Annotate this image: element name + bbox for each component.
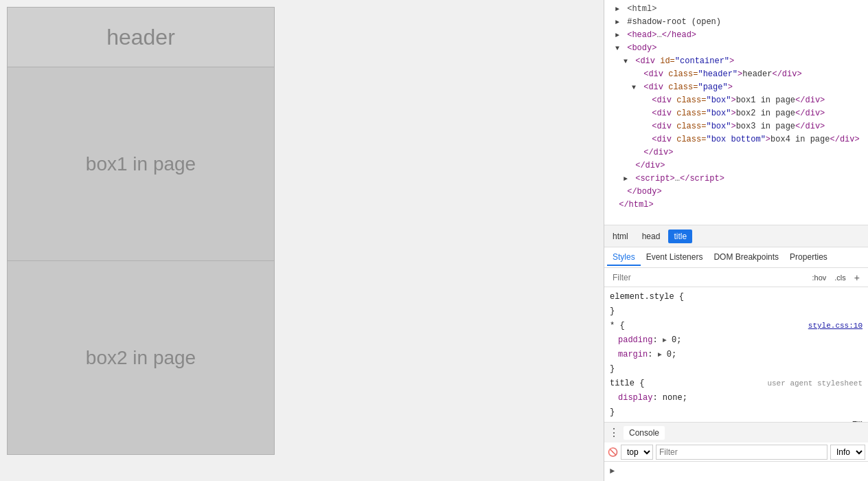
dom-line[interactable]: ► <script>…</script>	[604, 172, 868, 186]
triangle-icon: ►	[615, 30, 622, 41]
prompt-arrow-icon: ►	[610, 467, 615, 476]
dom-line[interactable]: </html>	[604, 199, 868, 212]
right-arrow-icon[interactable]: ►	[863, 420, 868, 422]
dom-line[interactable]: ▼ <div class="page">	[604, 81, 868, 94]
console-toolbar: 🚫 top Info	[604, 443, 868, 462]
dom-line[interactable]: <div class="box">box1 in page</div>	[604, 94, 868, 107]
console-menu-icon[interactable]: ⋮	[607, 426, 621, 440]
css-property-display: display: none;	[604, 391, 868, 405]
css-rule-universal-close: }	[604, 362, 868, 377]
preview-box1: box1 in page	[7, 67, 275, 261]
triangle-icon: ▼	[615, 43, 622, 54]
triangle-icon: ►	[615, 17, 622, 28]
console-level-select[interactable]: Info	[830, 445, 865, 460]
breadcrumb-head[interactable]: head	[637, 230, 666, 243]
css-rules-panel: element.style { } * { style.css:10 paddi…	[604, 287, 868, 422]
preview-header: header	[7, 7, 275, 67]
tab-dom-breakpoints[interactable]: DOM Breakpoints	[708, 249, 784, 266]
triangle-icon	[640, 96, 647, 107]
triangle-icon: ►	[615, 4, 622, 15]
header-label: header	[106, 25, 175, 50]
devtools-panel: ► <html> ► #shadow-root (open) ► <head>……	[604, 0, 868, 481]
console-prompt: ►	[604, 462, 868, 481]
triangle-icon: ►	[624, 174, 630, 185]
triangle-icon	[632, 148, 639, 159]
dom-line[interactable]: <div class="header">header</div>	[604, 68, 868, 81]
tab-event-listeners[interactable]: Event Listeners	[641, 249, 709, 266]
dom-line[interactable]: ▼ <div id="container">	[604, 55, 868, 68]
console-clear-icon[interactable]: 🚫	[607, 447, 618, 458]
tab-styles[interactable]: Styles	[607, 249, 641, 266]
css-property-margin: margin: ► 0;	[604, 348, 868, 362]
triangle-icon	[632, 69, 639, 80]
dom-line[interactable]: <div class="box bottom">box4 in page</di…	[604, 133, 868, 146]
styles-tab-bar: Styles Event Listeners DOM Breakpoints P…	[604, 247, 868, 268]
fill-area: Fill ►	[604, 420, 868, 422]
console-tab[interactable]: Console	[624, 426, 665, 440]
dom-line[interactable]: ▼ <body>	[604, 42, 868, 55]
filter-bar: :hov .cls +	[604, 268, 868, 287]
css-property-padding: padding: ► 0;	[604, 333, 868, 348]
add-style-button[interactable]: +	[852, 271, 863, 284]
triangle-icon	[607, 200, 614, 211]
dom-line[interactable]: ► <head>…</head>	[604, 29, 868, 42]
css-source-link[interactable]: style.css:10	[808, 320, 863, 332]
triangle-icon	[615, 187, 622, 198]
css-rule-element-style: element.style {	[604, 290, 868, 304]
triangle-icon	[640, 135, 647, 146]
browser-preview: header box1 in page box2 in page	[0, 0, 604, 481]
console-context-select[interactable]: top	[621, 445, 653, 460]
css-rule-element-style-close: }	[604, 304, 868, 319]
triangle-icon	[640, 109, 647, 120]
filter-input[interactable]	[610, 270, 807, 285]
cls-button[interactable]: .cls	[832, 273, 849, 282]
triangle-icon: ▼	[632, 82, 639, 93]
triangle-icon	[640, 122, 647, 133]
triangle-icon	[624, 161, 630, 172]
css-rule-universal: * { style.css:10	[604, 319, 868, 333]
fill-label: Fill	[852, 420, 863, 422]
dom-tree: ► <html> ► #shadow-root (open) ► <head>……	[604, 0, 868, 225]
dom-line[interactable]: ► <html>	[604, 3, 868, 16]
dom-line[interactable]: </body>	[604, 186, 868, 199]
console-tab-bar: ⋮ Console	[604, 422, 868, 443]
dom-line[interactable]: ► #shadow-root (open)	[604, 16, 868, 29]
box1-label: box1 in page	[86, 153, 196, 175]
tab-properties[interactable]: Properties	[784, 249, 833, 266]
breadcrumb-html[interactable]: html	[607, 230, 634, 243]
console-filter-input[interactable]	[656, 445, 827, 460]
dom-line[interactable]: </div>	[604, 146, 868, 159]
css-rule-title: title { user agent stylesheet	[604, 377, 868, 391]
preview-container: header box1 in page box2 in page	[7, 7, 275, 455]
box2-label: box2 in page	[86, 347, 196, 369]
css-rule-title-close: }	[604, 405, 868, 420]
dom-line[interactable]: <div class="box">box2 in page</div>	[604, 107, 868, 120]
breadcrumb-title[interactable]: title	[668, 230, 692, 243]
dom-line[interactable]: </div>	[604, 159, 868, 172]
hov-button[interactable]: :hov	[810, 273, 830, 282]
preview-box2: box2 in page	[7, 261, 275, 455]
dom-line[interactable]: <div class="box">box3 in page</div>	[604, 120, 868, 133]
breadcrumb-tabs: html head title	[604, 225, 868, 247]
ua-label: user agent stylesheet	[767, 378, 863, 390]
triangle-icon: ▼	[624, 56, 630, 67]
